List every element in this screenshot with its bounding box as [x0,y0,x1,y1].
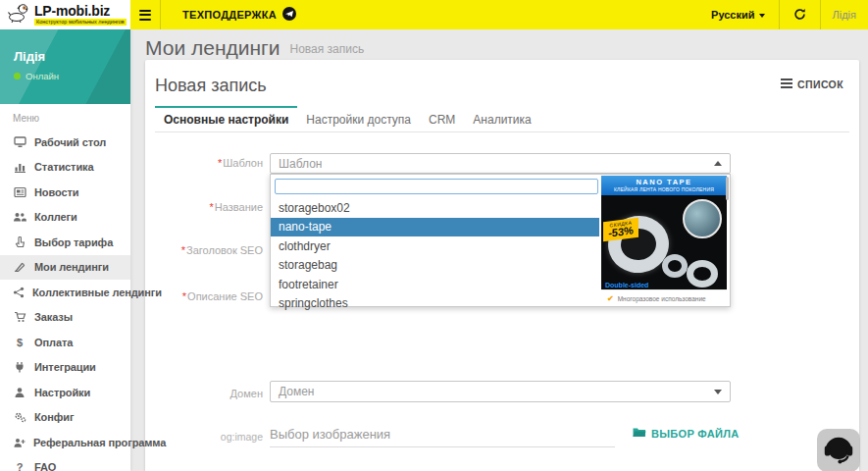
share-icon [13,287,25,298]
logo-subtitle: Конструктор мобильных лендингов [34,19,127,26]
page-title: Мои лендинги [145,37,280,58]
chevron-down-icon [714,390,722,394]
main-content: Мои лендинги Новая запись Новая запись С… [130,29,868,471]
cart-icon [13,311,26,323]
logo-title: LP-mobi.biz [34,4,127,18]
og-image-label: og:image [155,431,263,443]
news-icon [13,186,26,198]
support-label: ТЕХПОДДЕРЖКА [182,9,277,21]
template-option-selected[interactable]: nano-tape [271,218,599,237]
seo-title-label: *Заголовок SEO [155,244,263,256]
topbar-username[interactable]: Лідія [821,0,868,29]
sidebar-username: Лідія [14,49,130,64]
chart-icon [13,161,26,173]
rocket-icon [13,261,26,273]
preview-feature: Многоразовое использование [618,295,706,302]
card-title: Новая запись [155,76,267,96]
template-dropdown: storagebox02 nano-tape clothdryer storag… [270,174,731,307]
sidebar-item-referral[interactable]: Реферальная программа [0,430,130,455]
sidebar-item-news[interactable]: Новости [0,180,130,205]
breadcrumb: Мои лендинги Новая запись [130,29,868,60]
sidebar-item-tariff[interactable]: Выбор тарифа [0,230,130,255]
preview-product-image: СКИДКА -53% Double-sided [601,195,727,289]
choose-file-button[interactable]: ВЫБОР ФАЙЛА [633,427,740,440]
preview-inset-photo [683,199,722,238]
template-options-list: storagebox02 nano-tape clothdryer storag… [271,198,599,313]
template-option[interactable]: footretainer [271,275,599,294]
sidebar-item-integrations[interactable]: Интеграции [0,355,130,381]
chevron-up-icon [714,161,722,166]
template-option[interactable]: clothdryer [271,236,599,256]
template-label: *Шаблон [155,157,263,169]
support-button[interactable]: ТЕХПОДДЕРЖКА [163,0,316,29]
tab-bar: Основные настройки Настройки доступа CRM… [155,106,849,132]
hamburger-menu-icon[interactable] [130,0,160,29]
dog-logo-icon [7,2,30,27]
sidebar-item-faq[interactable]: ? FAQ [0,455,130,471]
topbar-divider [160,0,161,29]
sidebar-item-colleagues[interactable]: Коллеги [0,205,130,231]
gears-icon [13,411,26,423]
headset-icon [820,431,857,470]
sidebar-item-statistics[interactable]: Статистика [0,155,130,181]
og-image-input[interactable] [270,422,615,447]
logo[interactable]: LP-mobi.biz Конструктор мобильных лендин… [0,0,130,29]
seo-description-label: *Описание SEO [155,290,263,302]
template-select[interactable]: Шаблон [270,153,731,174]
template-preview: NANO TAPE КЛЕЙКАЯ ЛЕНТА НОВОГО ПОКОЛЕНИЯ… [601,176,727,306]
topbar: LP-mobi.biz Конструктор мобильных лендин… [0,0,868,29]
template-option[interactable]: storagebox02 [271,198,599,218]
sidebar: Лідія Онлайн Меню Рабочий стол Статистик… [0,29,130,471]
sidebar-item-desktop[interactable]: Рабочий стол [0,130,130,155]
dollar-icon: $ [13,337,26,348]
online-status-label: Онлайн [26,71,59,81]
support-chat-widget[interactable] [817,429,860,471]
language-label: Русский [711,9,754,21]
hand-pointer-icon [13,236,26,248]
sidebar-item-my-landings[interactable]: Мои лендинги [0,255,130,281]
landing-form: *Шаблон *Название *Заголовок SEO *Описан… [155,132,849,429]
plug-icon [13,361,26,373]
sidebar-item-orders[interactable]: Заказы [0,305,130,331]
sidebar-item-settings[interactable]: Настройки [0,380,130,405]
tab-crm[interactable]: CRM [420,106,464,131]
sidebar-item-payment[interactable]: $ Оплата [0,330,130,355]
domain-select[interactable]: Домен [270,381,731,402]
language-selector[interactable]: Русский [697,0,778,29]
template-search-input[interactable] [275,179,598,194]
refresh-button[interactable] [780,0,820,29]
page-subtitle: Новая запись [289,42,364,56]
desktop-icon [13,136,26,148]
sidebar-item-collective-landings[interactable]: Коллективные лендинги [0,280,130,305]
check-icon: ✔ [607,294,614,303]
tape-roll-graphic [662,254,688,278]
tab-access-settings[interactable]: Настройки доступа [297,106,420,131]
tape-roll-graphic [687,260,718,288]
preview-title: NANO TAPE [601,176,727,186]
question-icon: ? [13,461,26,471]
sidebar-menu: Рабочий стол Статистика Новости Коллеги … [0,130,130,471]
list-icon [781,78,792,90]
dropdown-scrollbar[interactable] [726,177,729,200]
new-record-card: Новая запись СПИСОК Основные настройки Н… [145,60,859,471]
template-option[interactable]: storagebag [271,256,599,276]
name-label: *Название [155,201,263,213]
user-plus-icon [13,437,26,448]
template-option[interactable]: springclothes [271,294,599,314]
user-icon [13,387,26,398]
chevron-down-icon [759,14,765,18]
domain-label: Домен [155,388,263,399]
list-button[interactable]: СПИСОК [781,78,843,90]
tab-analytics[interactable]: Аналитика [464,106,539,131]
app-root: LP-mobi.biz Конструктор мобильных лендин… [0,0,868,471]
sidebar-item-config[interactable]: Конфиг [0,405,130,431]
sidebar-user-panel: Лідія Онлайн [0,29,130,104]
preview-subtitle: КЛЕЙКАЯ ЛЕНТА НОВОГО ПОКОЛЕНИЯ [601,186,727,192]
telegram-icon [282,7,296,23]
users-icon [13,211,26,223]
online-status-dot [14,73,21,79]
folder-icon [633,427,646,440]
menu-section-label: Меню [0,104,130,130]
refresh-icon [793,8,806,23]
tab-main-settings[interactable]: Основные настройки [155,106,297,131]
